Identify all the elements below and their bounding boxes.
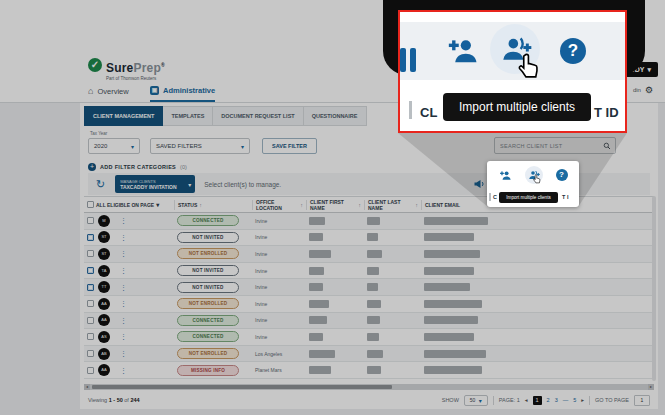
columns-icon (400, 48, 416, 72)
import-multiple-clients-button[interactable] (525, 166, 543, 184)
help-icon[interactable]: ? (560, 38, 586, 64)
magnifier-callout: ? CL Import multiple clients T ID (398, 10, 627, 133)
divider (489, 193, 491, 201)
header-fragment-left: C (493, 194, 497, 200)
header-fragment-right: T ID (594, 105, 619, 120)
add-client-icon[interactable] (499, 169, 512, 182)
toolbar-spotlight: ? C Import multiple clients T I (487, 161, 579, 207)
header-fragment-right: T I (562, 194, 568, 200)
screenshot-stage: ✓ SurePrep® Part of Thomson Reuters TAXC… (0, 0, 665, 415)
import-tooltip: Import multiple clients (499, 192, 558, 203)
hand-cursor-icon (515, 52, 543, 80)
header-fragment-left: CL (420, 105, 437, 120)
hand-cursor-icon (532, 174, 542, 184)
import-tooltip: Import multiple clients (443, 93, 591, 121)
add-client-icon[interactable] (446, 34, 480, 68)
divider (409, 101, 412, 119)
help-icon[interactable]: ? (556, 169, 568, 181)
